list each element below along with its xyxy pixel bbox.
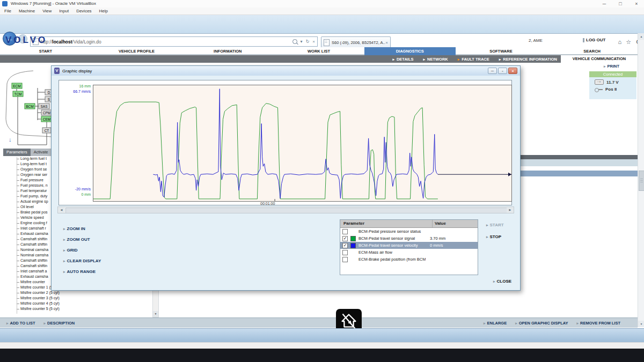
nav-tab[interactable]: VEHICLE PROFILE <box>91 47 182 55</box>
menu-item[interactable]: File <box>4 9 11 13</box>
chart-horizontal-scrollbar[interactable]: ◀ ▶ <box>57 206 514 213</box>
stop-icon[interactable]: × <box>312 39 315 44</box>
host-taskbar: ʀᴿ ^ ❒ 8:19 AM 12/6/2018 1 <box>0 349 644 362</box>
scroll-right-icon[interactable]: ▶ <box>507 207 514 213</box>
scroll-left-icon[interactable]: ◀ <box>58 207 65 213</box>
parameter-checkbox[interactable] <box>342 243 348 248</box>
start-button[interactable]: START <box>486 223 504 227</box>
module-s[interactable]: S <box>48 98 50 101</box>
scrollbar-thumb[interactable] <box>65 208 507 213</box>
nav-tab[interactable]: DIAGNOSTICS <box>364 47 456 55</box>
battery-voltage: 11.7 V <box>606 80 619 85</box>
parameter-tree-item[interactable]: Misfire counter 5 (5 cyl) <box>0 306 153 312</box>
parameter-checkbox[interactable] <box>342 236 348 241</box>
battery-icon: - + <box>595 79 604 85</box>
action-button[interactable]: ADD TO LIST <box>6 321 35 326</box>
minimize-button[interactable]: ─ <box>598 1 611 7</box>
module-sas[interactable]: SAS <box>40 105 48 108</box>
tab-vehicle-communication[interactable]: VEHICLE COMMUNICATION <box>561 55 638 63</box>
nav-tab[interactable]: SOFTWARE <box>456 47 547 55</box>
menu-item[interactable]: Input <box>59 9 69 13</box>
scroll-down-icon[interactable]: ▼ <box>153 311 158 317</box>
subnav-item[interactable]: FAULT TRACE <box>458 57 489 62</box>
stop-button[interactable]: STOP <box>486 234 501 239</box>
module-cem[interactable]: CEM <box>43 117 50 121</box>
nav-tab[interactable]: INFORMATION <box>182 47 273 55</box>
search-dropdown-icon[interactable]: ▾ <box>301 39 303 44</box>
chart-control-button[interactable]: CLEAR DISPLAY <box>63 258 101 263</box>
background-table-header-bar <box>519 155 638 159</box>
window-title: Windows 7 [Running] - Oracle VM VirtualB… <box>11 1 96 6</box>
parameter-tree-item[interactable]: Misfire counter 2 (5 cyl) <box>0 290 153 295</box>
action-button[interactable]: ENLARGE <box>484 321 507 326</box>
scroll-down-arrow-icon[interactable]: ↓ <box>9 136 12 143</box>
parameter-row[interactable]: ECM-Mass air flow <box>340 249 478 256</box>
chart-control-button[interactable]: ZOOM IN <box>63 226 85 231</box>
action-button[interactable]: REMOVE FROM LIST <box>576 321 620 326</box>
module-d[interactable]: D <box>48 91 50 94</box>
y-min-signal-label: 0 mm <box>61 192 91 197</box>
menu-item[interactable]: Help <box>99 9 108 13</box>
address-bar[interactable]: http://localhost/Vida/Login.do ▾ ↻ × <box>30 36 318 47</box>
nav-tab[interactable]: START <box>0 47 91 55</box>
subnav-item[interactable]: REFERENCE INFORMATION <box>499 57 557 62</box>
chart-control-button[interactable]: ZOOM OUT <box>63 237 90 242</box>
home-icon[interactable]: ⌂ <box>618 39 622 46</box>
maximize-button[interactable]: □ <box>614 1 627 7</box>
virtualbox-titlebar: Windows 7 [Running] - Oracle VM VirtualB… <box>0 0 644 8</box>
subnav-item[interactable]: NETWORK <box>423 57 448 62</box>
subnav-item[interactable]: DETAILS <box>392 57 413 62</box>
dialog-maximize-button[interactable]: ▫ <box>498 68 507 74</box>
parameter-row[interactable]: BCM-Pedal travel sensor velocity 0 mm/s <box>340 242 478 249</box>
module-tcm[interactable]: TCM <box>14 92 21 96</box>
chevron-right-icon <box>499 57 501 62</box>
nav-tab[interactable]: SEARCH <box>546 47 638 55</box>
parameter-checkbox[interactable] <box>342 257 348 262</box>
parameter-checkbox[interactable] <box>342 229 348 234</box>
tab-close-icon[interactable]: × <box>385 40 388 45</box>
refresh-icon[interactable]: ↻ <box>306 39 310 44</box>
page-scrollbar[interactable]: ▲ ▼ <box>638 33 644 327</box>
menu-item[interactable]: Machine <box>19 9 35 13</box>
chart-svg <box>93 85 511 201</box>
close-dialog-button[interactable]: CLOSE <box>493 279 511 284</box>
search-icon[interactable] <box>292 39 297 44</box>
tab-activate[interactable]: Activate <box>31 149 52 156</box>
column-parameter: Parameter <box>340 220 433 227</box>
print-button[interactable]: PRINT <box>604 64 619 69</box>
scrollbar-thumb[interactable] <box>639 171 644 191</box>
close-button[interactable]: × <box>630 1 643 7</box>
module-cpm[interactable]: CPM <box>43 111 50 115</box>
parameter-row[interactable]: BCM-Pedal travel sensor signal 3.70 mm <box>340 235 478 242</box>
browser-tab[interactable]: S60 (-09), 2006, B5254T2, A... × <box>321 36 391 48</box>
parameter-checkbox[interactable] <box>342 250 348 255</box>
x-axis-label: 00:01:00 <box>260 202 275 205</box>
action-button[interactable]: DESCRIPTION <box>43 321 75 326</box>
nav-tab[interactable]: WORK LIST <box>273 47 364 55</box>
chevron-right-icon <box>458 57 460 62</box>
dialog-titlebar[interactable]: V Graphic display ─ ▫ × <box>52 66 520 76</box>
module-ecm[interactable]: ECM <box>13 84 20 88</box>
tab-parameters[interactable]: Parameters <box>3 149 31 156</box>
parameter-row[interactable]: ECM-Brake pedal position (from BCM) <box>340 256 478 263</box>
menu-item[interactable]: Devices <box>76 9 91 13</box>
dialog-minimize-button[interactable]: ─ <box>488 68 497 74</box>
scroll-down-icon[interactable]: ▼ <box>638 321 644 327</box>
action-button[interactable]: OPEN GRAPHIC DISPLAY <box>515 321 568 326</box>
scroll-up-icon[interactable]: ▲ <box>638 33 644 40</box>
parameter-tree-item[interactable]: Misfire counter 4 (5 cyl) <box>0 301 153 306</box>
dialog-close-button[interactable]: × <box>508 68 517 74</box>
favorites-star-icon[interactable]: ☆ <box>626 39 631 46</box>
parameter-row[interactable]: BCM-Pedal pressure sensor status <box>340 228 478 235</box>
parameter-tree-item[interactable]: Misfire counter 3 (5 cyl) <box>0 295 153 301</box>
column-value: Value <box>433 220 446 227</box>
menu-item[interactable]: View <box>42 9 52 13</box>
parameter-name: ECM-Brake pedal position (from BCM) <box>358 257 426 262</box>
chart-control-button[interactable]: AUTO RANGE <box>63 269 96 274</box>
module-bcm[interactable]: BCM <box>26 105 33 108</box>
chart-control-button[interactable]: GRID <box>63 248 78 253</box>
logout-button[interactable]: LOG OUT <box>583 38 605 42</box>
module-ct[interactable]: CT <box>45 129 49 132</box>
vehicle-network-diagram: ECM TCM BCM SAS CPM CEM CT D S <box>0 69 53 152</box>
y-min-velocity-label: -20 mm/s <box>61 187 91 192</box>
